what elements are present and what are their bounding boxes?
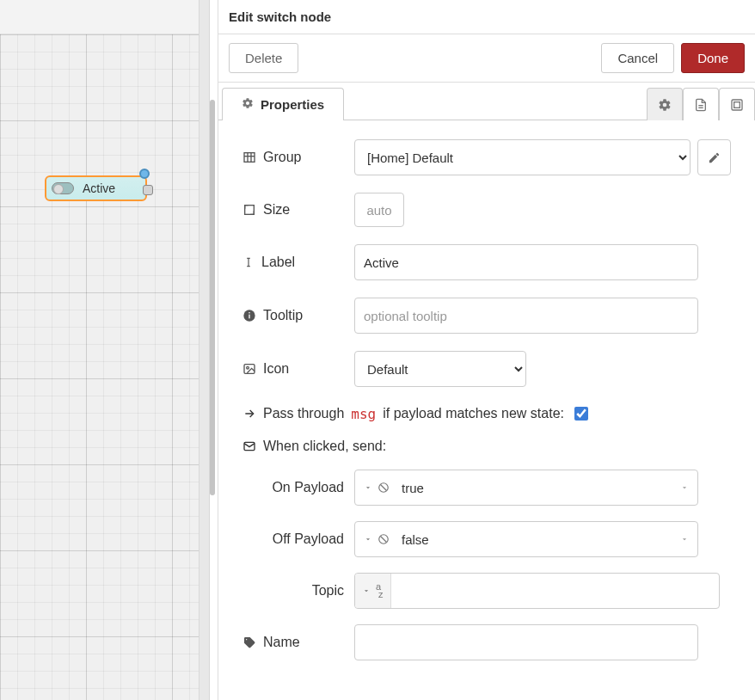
chevron-down-icon bbox=[364, 483, 372, 492]
canvas-top-band bbox=[0, 0, 210, 34]
tool-icon-appearance[interactable] bbox=[719, 88, 755, 120]
svg-rect-8 bbox=[245, 206, 255, 215]
envelope-icon bbox=[242, 439, 256, 453]
on-payload-label: On Payload bbox=[242, 480, 354, 495]
chevron-down-icon bbox=[680, 531, 689, 547]
switch-node[interactable]: Active bbox=[45, 175, 147, 201]
label-input[interactable] bbox=[354, 244, 698, 280]
bool-icon bbox=[378, 533, 390, 545]
table-icon bbox=[242, 150, 256, 164]
passthrough-row: Pass through msg if payload matches new … bbox=[242, 404, 731, 423]
tooltip-label: Tooltip bbox=[242, 308, 354, 323]
svg-point-13 bbox=[247, 366, 249, 369]
off-payload-input[interactable]: false bbox=[354, 521, 698, 557]
tag-icon bbox=[242, 636, 256, 649]
pencil-icon bbox=[708, 151, 721, 164]
svg-rect-11 bbox=[249, 312, 249, 313]
info-icon bbox=[242, 309, 256, 322]
string-type-icon: a z bbox=[376, 583, 384, 599]
edit-group-button[interactable] bbox=[697, 139, 731, 175]
when-clicked-label: When clicked, send: bbox=[242, 439, 731, 454]
passthrough-checkbox[interactable] bbox=[574, 407, 588, 421]
done-button[interactable]: Done bbox=[681, 43, 745, 73]
svg-rect-3 bbox=[734, 101, 740, 107]
flow-canvas[interactable] bbox=[0, 0, 210, 700]
name-input[interactable] bbox=[354, 624, 698, 660]
icon-select[interactable]: Default bbox=[354, 351, 526, 387]
tab-properties-label: Properties bbox=[261, 97, 324, 112]
size-button[interactable]: auto bbox=[354, 193, 404, 227]
off-payload-label: Off Payload bbox=[242, 531, 354, 547]
topic-label: Topic bbox=[242, 583, 354, 599]
tabs-row: Properties bbox=[218, 83, 755, 120]
svg-rect-2 bbox=[732, 100, 742, 110]
arrow-right-icon bbox=[242, 407, 256, 421]
tool-icon-docs[interactable] bbox=[683, 88, 719, 120]
cancel-button[interactable]: Cancel bbox=[601, 43, 674, 73]
on-payload-input[interactable]: true bbox=[354, 470, 698, 506]
image-icon bbox=[242, 362, 256, 376]
tab-properties[interactable]: Properties bbox=[222, 88, 344, 120]
bool-icon bbox=[378, 482, 390, 494]
switch-icon bbox=[52, 182, 74, 194]
group-label: Group bbox=[242, 150, 354, 165]
text-cursor-icon bbox=[242, 255, 255, 269]
node-label: Active bbox=[83, 181, 115, 195]
properties-form: Group [Home] Default Size auto bbox=[218, 120, 755, 700]
tooltip-input[interactable] bbox=[354, 298, 698, 334]
msg-code: msg bbox=[351, 406, 376, 422]
delete-button[interactable]: Delete bbox=[229, 43, 298, 73]
resize-icon bbox=[242, 203, 256, 217]
chevron-down-icon bbox=[680, 480, 689, 495]
size-label: Size bbox=[242, 202, 354, 218]
canvas-scrollbar-track[interactable] bbox=[199, 0, 210, 700]
node-status-dot bbox=[139, 169, 150, 179]
chevron-down-icon bbox=[364, 535, 372, 543]
name-label: Name bbox=[242, 635, 354, 650]
svg-rect-10 bbox=[249, 315, 249, 319]
panel-title: Edit switch node bbox=[218, 0, 755, 34]
topic-input[interactable] bbox=[391, 574, 710, 608]
panel-actions: Delete Cancel Done bbox=[218, 34, 755, 83]
tool-icon-settings[interactable] bbox=[647, 88, 683, 120]
topic-input-wrapper: a z bbox=[354, 573, 720, 609]
chevron-down-icon bbox=[362, 586, 371, 595]
group-select[interactable]: [Home] Default bbox=[354, 139, 691, 175]
canvas-scrollbar-thumb[interactable] bbox=[210, 100, 215, 495]
edit-panel: Edit switch node Delete Cancel Done Prop… bbox=[218, 0, 755, 700]
node-output-port[interactable] bbox=[143, 185, 153, 195]
svg-rect-4 bbox=[244, 153, 255, 163]
icon-label: Icon bbox=[242, 361, 354, 377]
gear-icon bbox=[242, 97, 254, 112]
label-label: Label bbox=[242, 255, 354, 270]
